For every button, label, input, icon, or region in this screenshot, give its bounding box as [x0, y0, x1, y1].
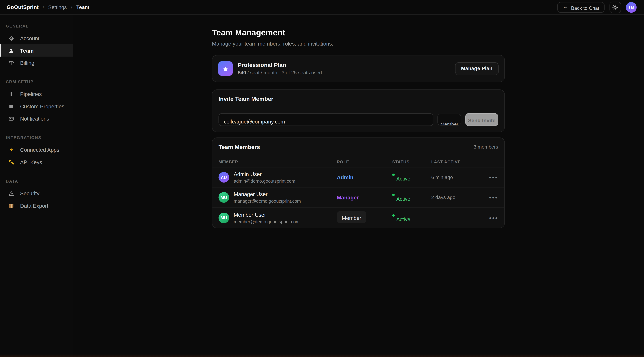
settings-sidebar: GENERAL Account: [0, 15, 73, 357]
key-icon: [8, 159, 14, 165]
status-label: Active: [396, 216, 410, 222]
table-header-row: Member Role Status Last Active: [212, 156, 504, 167]
column-header-status: Status: [392, 159, 431, 164]
section-title-crm-setup: CRM SETUP: [0, 75, 73, 88]
role-select-value: Member: [438, 121, 461, 126]
member-last-active: —: [431, 215, 476, 221]
column-header-role: Role: [337, 159, 392, 164]
member-name: Manager User: [234, 191, 301, 197]
page-title: Team Management: [212, 28, 505, 37]
member-email: admin@demo.gooutsprint.com: [234, 178, 296, 183]
sidebar-section-integrations: INTEGRATIONS Connected Apps API Keys: [0, 131, 73, 168]
member-role: Manager: [337, 194, 392, 200]
sidebar-section-crm-setup: CRM SETUP Pipelines Custom Properties: [0, 75, 73, 125]
member-cell: MU Manager User manager@demo.gooutsprint…: [218, 191, 337, 204]
star-icon: [222, 65, 229, 72]
sidebar-item-label: Security: [20, 190, 40, 196]
member-last-active: 6 min ago: [431, 174, 476, 180]
brand-logo[interactable]: GoOutSprint: [6, 4, 38, 10]
breadcrumb-settings[interactable]: Settings: [48, 4, 67, 10]
table-row: MU Member User member@demo.gooutsprint.c…: [212, 208, 504, 228]
member-role: Admin: [337, 174, 392, 180]
breadcrumb: GoOutSprint / Settings / Team: [6, 4, 89, 10]
list-icon: [8, 104, 14, 109]
member-status: Active: [392, 213, 431, 222]
section-title-data: DATA: [0, 175, 73, 187]
plan-badge: [218, 61, 233, 76]
sidebar-item-billing[interactable]: Billing: [0, 57, 73, 69]
team-members-title: Team Members: [218, 144, 260, 150]
sidebar-item-api-keys[interactable]: API Keys: [0, 156, 73, 168]
sidebar-item-connected-apps[interactable]: Connected Apps: [0, 144, 73, 156]
invite-title: Invite Team Member: [218, 96, 273, 102]
member-last-active: 2 days ago: [431, 195, 476, 200]
topbar-actions: ← Back to Chat TM: [558, 1, 636, 13]
status-dot-icon: [392, 194, 395, 196]
invite-form: Member Send Invite: [212, 108, 504, 132]
warning-icon: [8, 191, 14, 196]
sidebar-item-label: Team: [20, 47, 34, 53]
breadcrumb-team: Team: [76, 4, 89, 10]
member-email: member@demo.gooutsprint.com: [234, 219, 300, 224]
plan-price: $40: [238, 70, 246, 75]
sidebar-item-label: Custom Properties: [20, 103, 64, 109]
member-avatar: MU: [218, 192, 229, 203]
arrow-left-icon: ←: [563, 3, 568, 9]
sun-icon: [612, 4, 618, 10]
plan-price-suffix: / seat / month · 3 of 25 seats used: [246, 70, 322, 75]
sidebar-item-team[interactable]: Team: [0, 44, 73, 57]
topbar: GoOutSprint / Settings / Team ← Back to …: [0, 0, 644, 15]
plan-card: Professional Plan $40 / seat / month · 3…: [212, 55, 505, 82]
user-avatar[interactable]: TM: [626, 2, 637, 12]
back-to-chat-button[interactable]: ← Back to Chat: [558, 2, 604, 12]
sidebar-item-notifications[interactable]: Notifications: [0, 112, 73, 125]
sidebar-item-security[interactable]: Security: [0, 187, 73, 199]
scales-icon: [8, 60, 14, 65]
theme-toggle-button[interactable]: [610, 1, 621, 13]
table-row: MU Manager User manager@demo.gooutsprint…: [212, 188, 504, 208]
status-dot-icon: [392, 214, 395, 216]
breadcrumb-separator: /: [71, 4, 72, 10]
sidebar-section-data: DATA Security: [0, 175, 73, 212]
member-cell: MU Member User member@demo.gooutsprint.c…: [218, 212, 337, 224]
pipeline-bar-icon: [8, 91, 14, 97]
sidebar-item-label: Data Export: [20, 203, 48, 209]
section-title-integrations: INTEGRATIONS: [0, 131, 73, 144]
invite-role-select[interactable]: Member: [437, 114, 461, 126]
app-window: GoOutSprint / Settings / Team ← Back to …: [0, 0, 644, 357]
main-content: Team Management Manage your team members…: [73, 15, 644, 357]
member-name: Admin User: [234, 171, 296, 177]
invite-email-input[interactable]: [218, 113, 433, 126]
team-members-card: Team Members 3 members Member Role Statu…: [212, 137, 505, 228]
column-header-last-active: Last Active: [431, 159, 476, 164]
sidebar-item-label: Notifications: [20, 115, 49, 122]
member-avatar: MU: [218, 212, 229, 223]
sidebar-item-account[interactable]: Account: [0, 32, 73, 44]
member-role-select[interactable]: Member: [337, 211, 366, 223]
sidebar-item-pipelines[interactable]: Pipelines: [0, 88, 73, 100]
table-row: AU Admin User admin@demo.gooutsprint.com…: [212, 167, 504, 188]
send-invite-button[interactable]: Send Invite: [465, 113, 498, 126]
sidebar-item-data-export[interactable]: Data Export: [0, 199, 73, 212]
manage-plan-button[interactable]: Manage Plan: [455, 62, 499, 75]
row-more-menu-icon[interactable]: ●●●: [489, 175, 498, 179]
plan-price-line: $40 / seat / month · 3 of 25 seats used: [238, 70, 322, 75]
page-subtitle: Manage your team members, roles, and inv…: [212, 41, 505, 47]
members-count: 3 members: [474, 144, 498, 150]
sidebar-item-label: Account: [20, 35, 40, 41]
column-header-member: Member: [218, 159, 337, 164]
team-card-header: Team Members 3 members: [212, 138, 504, 156]
sidebar-item-custom-properties[interactable]: Custom Properties: [0, 100, 73, 112]
package-icon: [8, 203, 14, 208]
member-email: manager@demo.gooutsprint.com: [234, 199, 301, 204]
plan-info: Professional Plan $40 / seat / month · 3…: [238, 62, 322, 75]
section-title-general: GENERAL: [0, 20, 73, 32]
plan-name: Professional Plan: [238, 62, 322, 68]
member-status: Active: [392, 193, 431, 202]
member-name: Member User: [234, 212, 300, 218]
invite-card-header: Invite Team Member: [212, 90, 504, 108]
member-cell: AU Admin User admin@demo.gooutsprint.com: [218, 171, 337, 184]
member-status: Active: [392, 173, 431, 182]
row-more-menu-icon[interactable]: ●●●: [489, 195, 498, 199]
row-more-menu-icon[interactable]: ●●●: [489, 216, 498, 220]
